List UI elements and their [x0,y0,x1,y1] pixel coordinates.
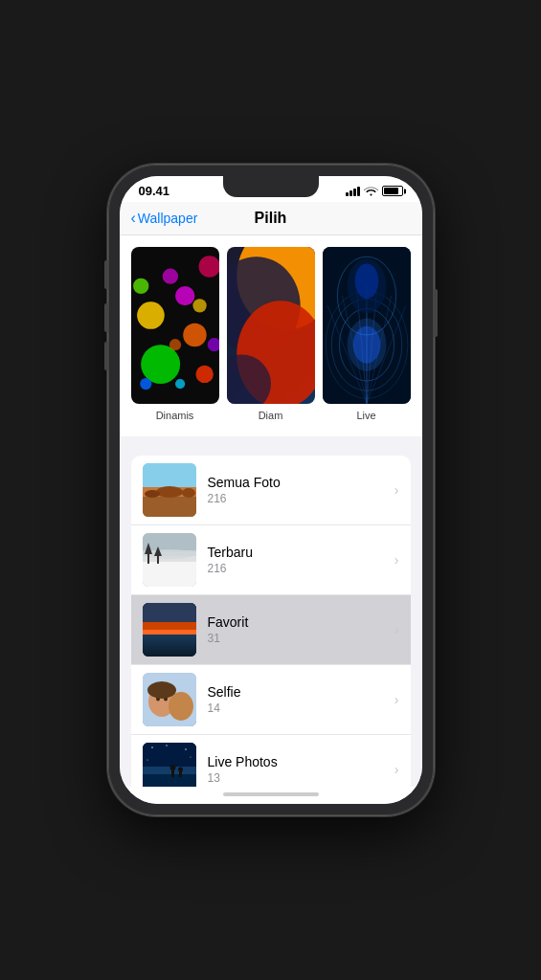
svg-point-2 [137,301,165,329]
notch [223,176,319,197]
back-label: Wallpaper [138,211,198,226]
back-chevron-icon: ‹ [131,210,136,227]
svg-rect-65 [171,769,174,777]
semua-foto-info: Semua Foto 216 [208,475,394,505]
live-photos-count: 13 [208,771,394,785]
svg-point-36 [156,486,183,498]
wallpaper-type-live[interactable]: Live [323,247,411,421]
selfie-count: 14 [208,702,394,715]
live-photos-thumbnail [143,743,196,787]
terbaru-chevron-icon: › [394,552,399,568]
svg-point-66 [169,765,175,770]
battery-fill [384,188,398,194]
album-item-semua-foto[interactable]: Semua Foto 216 › [131,456,411,525]
album-item-favorit[interactable]: ♥ Favorit 31 › [131,595,411,665]
heart-icon: ♥ [147,639,153,653]
svg-point-0 [141,345,180,384]
selfie-thumbnail [143,673,196,726]
svg-rect-35 [143,497,196,517]
svg-point-32 [354,263,378,299]
svg-rect-51 [143,630,196,641]
svg-point-6 [140,378,151,390]
svg-point-12 [207,338,218,351]
battery-icon [382,186,403,196]
svg-rect-52 [143,636,196,644]
favorit-info: Favorit 31 [208,614,394,645]
live-photos-name: Live Photos [208,754,394,769]
status-icons [346,186,403,196]
svg-point-71 [185,748,187,750]
semua-foto-name: Semua Foto [208,475,394,490]
nav-bar: ‹ Wallpaper Pilih [120,202,422,235]
svg-rect-67 [179,771,182,777]
svg-point-4 [162,268,177,283]
svg-point-37 [145,490,160,498]
favorit-chevron-icon: › [394,622,399,637]
semua-foto-chevron-icon: › [394,482,399,498]
svg-rect-64 [143,767,196,774]
selfie-info: Selfie 14 [208,684,394,715]
svg-point-1 [183,323,207,347]
svg-point-7 [192,299,206,312]
favorit-thumbnail: ♥ [143,603,196,657]
dinamis-thumbnail [131,247,219,404]
semua-foto-count: 216 [208,492,394,505]
wifi-icon [364,186,378,196]
album-item-selfie[interactable]: Selfie 14 › [131,665,411,735]
svg-rect-53 [143,643,196,657]
selfie-name: Selfie [208,684,394,700]
diam-thumbnail [227,247,315,404]
svg-point-68 [178,767,183,771]
album-item-terbaru[interactable]: Terbaru 216 › [131,525,411,595]
favorit-count: 31 [208,632,394,645]
svg-rect-54 [143,639,196,647]
terbaru-count: 216 [208,562,394,575]
album-item-live-photos[interactable]: Live Photos 13 › [131,735,411,787]
terbaru-thumbnail [143,533,196,587]
svg-point-9 [198,256,218,277]
live-photos-info: Live Photos 13 [208,754,394,785]
main-content: Dinamis Diam [120,235,422,787]
page-title: Pilih [255,210,287,227]
live-thumbnail [323,247,411,404]
phone-screen: 09.41 ‹ Wallpaper Pilih [120,176,422,804]
signal-icon [346,187,360,196]
album-list: Semua Foto 216 › [131,456,411,787]
selfie-chevron-icon: › [394,692,399,707]
svg-point-38 [182,488,195,498]
wallpaper-types-section: Dinamis Diam [120,235,422,436]
terbaru-name: Terbaru [208,545,394,560]
back-button[interactable]: ‹ Wallpaper [131,210,198,227]
phone-frame: 09.41 ‹ Wallpaper Pilih [108,165,434,815]
svg-point-72 [190,756,191,757]
status-time: 09.41 [139,184,170,198]
wallpaper-type-dinamis[interactable]: Dinamis [131,247,219,421]
svg-point-70 [166,745,168,746]
semua-foto-thumbnail [143,463,196,517]
terbaru-info: Terbaru 216 [208,545,394,575]
svg-point-3 [175,286,194,305]
live-label: Live [356,410,375,421]
svg-point-5 [195,366,213,383]
live-photos-chevron-icon: › [394,762,399,777]
diam-label: Diam [259,410,283,421]
favorit-name: Favorit [208,614,394,630]
svg-point-8 [175,379,185,389]
dinamis-label: Dinamis [156,410,194,421]
svg-point-73 [147,759,147,760]
home-bar [223,792,319,796]
home-indicator [120,787,422,804]
svg-point-57 [169,692,193,721]
svg-point-69 [151,746,153,748]
svg-rect-41 [143,562,196,587]
svg-point-10 [133,278,148,294]
wallpaper-type-diam[interactable]: Diam [227,247,315,421]
svg-point-60 [147,681,176,699]
svg-point-11 [169,339,180,350]
